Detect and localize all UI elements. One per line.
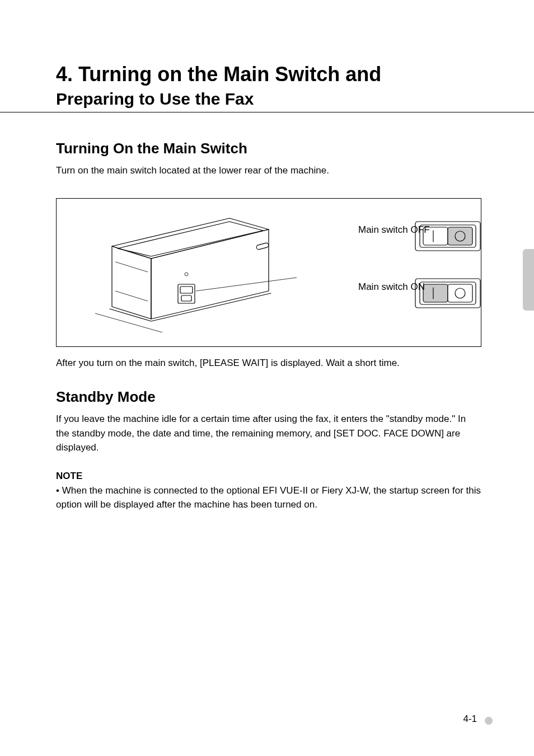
page-subtitle: Preparing to Use the Fax <box>56 90 489 109</box>
note-label: NOTE <box>56 469 481 483</box>
svg-point-2 <box>185 273 188 276</box>
note-bullet: • When the machine is connected to the o… <box>56 483 481 512</box>
svg-rect-3 <box>181 295 191 301</box>
standby-paragraph: If you leave the machine idle for a cert… <box>56 412 481 455</box>
standby-heading: Standby Mode <box>56 388 156 406</box>
section-tab <box>523 249 534 311</box>
page-title: 4. Turning on the Main Switch and <box>56 63 489 86</box>
svg-rect-4 <box>256 242 269 250</box>
callout-main-switch-off: Main switch OFF <box>358 223 476 237</box>
svg-rect-1 <box>180 287 193 293</box>
header-divider <box>0 112 534 112</box>
callout-main-switch-on: Main switch ON <box>358 280 476 294</box>
page-dot-icon <box>485 717 493 725</box>
manual-page: 4. Turning on the Main Switch and Prepar… <box>0 0 534 756</box>
title-area: 4. Turning on the Main Switch and Prepar… <box>56 63 489 109</box>
intro-text: Turn on the main switch located at the l… <box>56 163 484 178</box>
post-figure-text: After you turn on the main switch, [PLEA… <box>56 356 484 370</box>
section-heading: Turning On the Main Switch <box>56 140 247 157</box>
copier-illustration <box>62 207 308 341</box>
page-number: 4-1 <box>463 713 477 725</box>
note-block: NOTE • When the machine is connected to … <box>56 469 481 512</box>
